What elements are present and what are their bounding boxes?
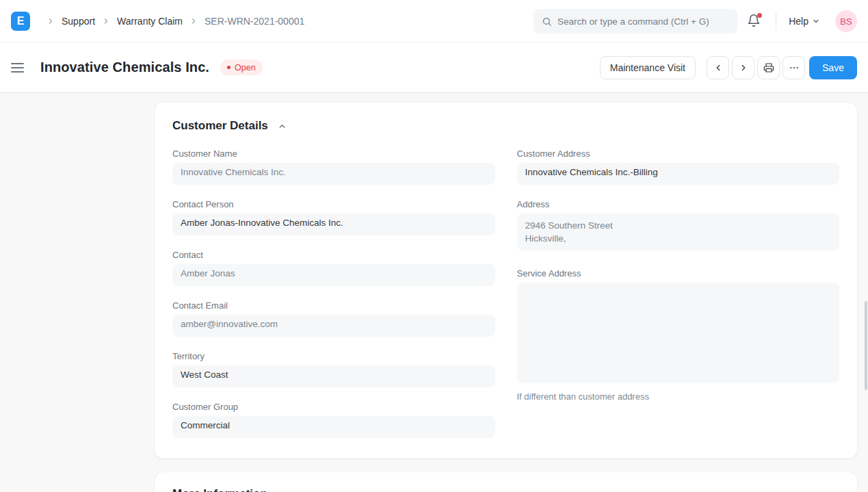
address-label: Address xyxy=(517,199,840,209)
help-menu[interactable]: Help xyxy=(789,16,820,27)
printer-icon xyxy=(763,62,774,73)
more-information-section: More Information xyxy=(155,472,857,492)
address-display: 2946 Southern Street Hicksville, xyxy=(517,213,840,250)
field-customer-group: Customer Group Commercial xyxy=(172,402,495,438)
territory-input[interactable]: West Coast xyxy=(172,365,495,387)
contact-email-input[interactable]: amber@innovative.com xyxy=(172,315,495,337)
section-title: Customer Details xyxy=(172,119,268,133)
search-icon xyxy=(542,16,552,27)
field-customer-address: Customer Address Innovative Chemicals In… xyxy=(517,148,840,185)
maintenance-visit-button[interactable]: Maintenance Visit xyxy=(600,56,696,79)
app-logo-icon[interactable]: E xyxy=(11,12,30,31)
field-contact-email: Contact Email amber@innovative.com xyxy=(172,300,495,337)
status-badge: Open xyxy=(220,60,263,75)
customer-details-section-header[interactable]: Customer Details xyxy=(172,119,839,133)
customer-details-grid: Customer Name Innovative Chemicals Inc. … xyxy=(172,148,839,452)
form-body: Customer Details Customer Name Innovativ… xyxy=(0,93,868,492)
sidebar-toggle-icon[interactable] xyxy=(11,62,24,74)
more-options-button[interactable] xyxy=(782,56,805,79)
page-title: Innovative Chemicals Inc. xyxy=(40,60,209,75)
breadcrumb-warranty-claim[interactable]: Warranty Claim xyxy=(117,16,183,27)
chevron-down-icon xyxy=(812,17,820,25)
customer-address-input[interactable]: Innovative Chemicals Inc.-Billing xyxy=(517,163,840,185)
search-input[interactable]: Search or type a command (Ctrl + G) xyxy=(534,9,737,34)
page-header-left: Innovative Chemicals Inc. Open xyxy=(11,60,263,75)
status-label: Open xyxy=(235,63,256,73)
chevron-up-icon xyxy=(278,122,287,131)
chevron-right-icon xyxy=(47,17,55,25)
customer-name-label: Customer Name xyxy=(172,148,495,159)
previous-document-button[interactable] xyxy=(707,56,729,79)
field-contact: Contact Amber Jonas xyxy=(172,250,495,286)
column-left: Customer Name Innovative Chemicals Inc. … xyxy=(172,148,495,452)
next-document-button[interactable] xyxy=(732,56,754,79)
column-right: Customer Address Innovative Chemicals In… xyxy=(517,148,840,452)
page-header: Innovative Chemicals Inc. Open Maintenan… xyxy=(0,42,868,93)
field-service-address: Service Address If different than custom… xyxy=(517,268,840,402)
contact-person-label: Contact Person xyxy=(172,199,495,209)
section-title: More Information xyxy=(172,487,267,492)
chevron-right-icon xyxy=(739,63,748,73)
contact-person-input[interactable]: Amber Jonas-Innovative Chemicals Inc. xyxy=(172,213,495,235)
chevron-right-icon xyxy=(189,17,198,25)
page-header-actions: Maintenance Visit Save xyxy=(600,56,857,79)
breadcrumb-document-id[interactable]: SER-WRN-2021-00001 xyxy=(205,16,304,27)
customer-details-section: Customer Details Customer Name Innovativ… xyxy=(155,103,857,458)
breadcrumb-support[interactable]: Support xyxy=(62,16,95,27)
service-address-label: Service Address xyxy=(517,268,840,279)
field-contact-person: Contact Person Amber Jonas-Innovative Ch… xyxy=(172,199,495,235)
service-address-textarea[interactable] xyxy=(517,283,840,383)
breadcrumb: Support Warranty Claim SER-WRN-2021-0000… xyxy=(40,16,304,27)
customer-name-input[interactable]: Innovative Chemicals Inc. xyxy=(172,163,495,185)
field-territory: Territory West Coast xyxy=(172,351,495,387)
chevron-right-icon xyxy=(102,17,110,25)
customer-group-input[interactable]: Commercial xyxy=(172,416,495,438)
customer-address-label: Customer Address xyxy=(517,148,840,159)
search-placeholder: Search or type a command (Ctrl + G) xyxy=(557,16,709,27)
notification-dot xyxy=(757,13,762,18)
scrollbar-thumb[interactable] xyxy=(865,301,867,390)
user-avatar[interactable]: BS xyxy=(835,10,857,32)
field-customer-name: Customer Name Innovative Chemicals Inc. xyxy=(172,148,495,185)
customer-group-label: Customer Group xyxy=(172,402,495,412)
navbar: E Support Warranty Claim SER-WRN-2021-00… xyxy=(0,0,868,42)
address-line-1: 2946 Southern Street xyxy=(525,219,832,232)
ellipsis-icon xyxy=(789,62,800,73)
territory-label: Territory xyxy=(172,351,495,361)
notifications-bell-icon[interactable] xyxy=(747,14,762,29)
service-address-help-text: If different than customer address xyxy=(517,391,840,402)
help-label: Help xyxy=(789,16,808,27)
contact-label: Contact xyxy=(172,250,495,260)
more-information-section-header[interactable]: More Information xyxy=(172,487,839,492)
address-line-2: Hicksville, xyxy=(525,232,832,245)
navbar-right: Help BS xyxy=(747,0,857,42)
field-address: Address 2946 Southern Street Hicksville, xyxy=(517,199,840,250)
divider xyxy=(776,12,776,30)
save-button[interactable]: Save xyxy=(809,56,857,79)
chevron-left-icon xyxy=(713,63,723,73)
contact-input[interactable]: Amber Jonas xyxy=(172,264,495,286)
print-button[interactable] xyxy=(757,56,780,79)
contact-email-label: Contact Email xyxy=(172,300,495,311)
status-dot-icon xyxy=(227,66,231,69)
